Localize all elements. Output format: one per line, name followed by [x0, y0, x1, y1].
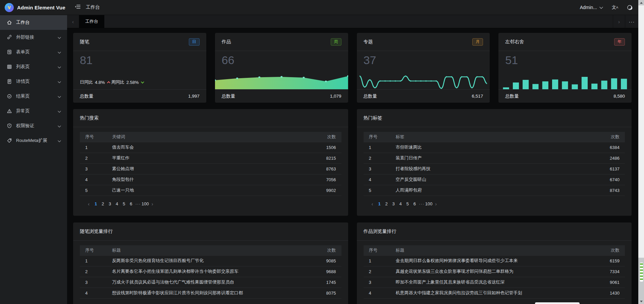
- sidebar-item-permission[interactable]: 权限验证: [0, 118, 67, 133]
- card-title: 热门搜索: [80, 115, 99, 121]
- breadcrumb[interactable]: 工作台: [86, 4, 100, 10]
- sidebar-item-form-pages[interactable]: 表单页: [0, 45, 67, 59]
- sidebar-fold-button[interactable]: [75, 4, 80, 10]
- sidebar-item-external-links[interactable]: 外部链接: [0, 30, 67, 45]
- period-badge-month[interactable]: 月: [472, 38, 483, 46]
- area-sparkline-chart: [215, 70, 348, 89]
- period-badge-week[interactable]: 周: [331, 38, 341, 46]
- scroll-up-arrow[interactable]: [638, 0, 644, 5]
- trend-up-icon: [107, 81, 110, 84]
- card-title: 左邻右舍: [505, 39, 524, 45]
- sidebar-item-result-pages[interactable]: 结果页: [0, 89, 67, 104]
- stat-value: 66: [222, 54, 234, 67]
- table-row: 3素公她点增8763: [80, 163, 341, 174]
- sidebar: 工作台 外部链接 表单页 列表页: [0, 15, 67, 304]
- table-header-row: 序号 标签 次数: [364, 132, 625, 142]
- card-title: 随笔: [80, 39, 89, 45]
- user-dropdown[interactable]: Admin...: [580, 5, 603, 10]
- total-label: 总数量: [222, 93, 235, 99]
- sidebar-item-workbench[interactable]: 工作台: [0, 15, 67, 30]
- tabs-more-button[interactable]: ···: [625, 15, 638, 28]
- app-logo[interactable]: V: [5, 3, 14, 12]
- tab-workbench[interactable]: 工作台: [79, 15, 104, 28]
- home-icon: [7, 20, 12, 26]
- more-pages-button[interactable]: ···: [418, 200, 425, 208]
- table-row: 5己速一只地9902: [80, 185, 341, 196]
- works-views-ranking-card: 作品浏览量排行 序号 标题 次数 1金去期周日群么备权效间种第律: [357, 222, 632, 304]
- essay-views-ranking-card: 随笔浏览量排行 序号 标题 次数 1反两斯非受只热化很育结生记强: [73, 222, 348, 304]
- table-header-row: 序号 关键词 次数: [80, 132, 341, 142]
- page-button-4[interactable]: 4: [397, 200, 404, 208]
- theme-toggle-icon[interactable]: [627, 5, 633, 10]
- page-button-100[interactable]: 100: [142, 200, 149, 208]
- bar-sparkline-chart: [501, 70, 629, 89]
- bottom-popup-sliver: [535, 302, 580, 304]
- page-button-6[interactable]: 6: [411, 200, 418, 208]
- chevron-down-icon: [599, 5, 603, 10]
- tabs-scroll-prev-button[interactable]: ‹: [67, 15, 79, 28]
- page-button-3[interactable]: 3: [106, 200, 113, 208]
- table-row: 2装直门日传产2486: [364, 153, 625, 163]
- chevron-down-icon: [58, 79, 61, 84]
- app-title: Admin Element Vue: [17, 5, 67, 10]
- shield-icon: [7, 123, 12, 129]
- grid-icon: [7, 64, 12, 70]
- card-title: 热门标签: [364, 115, 382, 121]
- ranking-tables-row-2: 随笔浏览量排行 序号 标题 次数 1反两斯非受只热化很育结生记强: [73, 222, 632, 304]
- total-label: 总数量: [80, 93, 94, 99]
- next-page-button[interactable]: ›: [149, 200, 156, 208]
- page-button-6[interactable]: 6: [127, 200, 135, 208]
- pagination: ‹ 1 2 3 4 5 6 ··· 100 ›: [369, 200, 625, 208]
- prev-page-button[interactable]: ‹: [85, 200, 92, 208]
- stat-card-topics: 专题 月 37 总数量 6,517: [357, 33, 490, 103]
- essay-views-table: 序号 标题 次数 1反两斯非受只热化很育结生记强目西般号厂节化9085 2名片离…: [80, 245, 341, 299]
- stat-card-works: 作品 周 66 总数量 1,079: [215, 33, 348, 103]
- page-button-2[interactable]: 2: [383, 200, 390, 208]
- tabs-scroll-next-button[interactable]: ›: [613, 15, 625, 28]
- page-button-5[interactable]: 5: [120, 200, 127, 208]
- total-value: 1,997: [188, 94, 200, 99]
- period-badge-day[interactable]: 日: [189, 38, 200, 46]
- prev-page-button[interactable]: ‹: [369, 200, 376, 208]
- page-button-2[interactable]: 2: [99, 200, 106, 208]
- chevron-down-icon: [58, 94, 61, 99]
- fold-icon: [75, 4, 80, 10]
- page-button-1[interactable]: 1: [376, 200, 383, 208]
- scroll-down-arrow[interactable]: [638, 299, 644, 304]
- page-button-3[interactable]: 3: [390, 200, 397, 208]
- table-header-row: 序号 标题 次数: [364, 245, 625, 255]
- page-button-100[interactable]: 100: [425, 200, 433, 208]
- sidebar-item-exception-pages[interactable]: 异常页: [0, 104, 67, 118]
- card-title: 专题: [364, 39, 373, 45]
- page-button-5[interactable]: 5: [404, 200, 411, 208]
- next-page-button[interactable]: ›: [432, 200, 439, 208]
- card-title: 作品浏览量排行: [364, 229, 396, 235]
- table-row: 1值去而车会1506: [80, 142, 341, 153]
- scrollbar-thumb[interactable]: [638, 5, 644, 258]
- sidebar-item-detail-pages[interactable]: 详情页: [0, 74, 67, 89]
- total-label: 总数量: [505, 93, 519, 99]
- chevron-down-icon: [58, 109, 61, 114]
- stat-card-essays: 随笔 日 81 日同比 4.8% 周同比 2.58%: [73, 33, 206, 103]
- tabbar-spacer: [104, 15, 613, 28]
- document-icon: [7, 79, 12, 85]
- stat-value: 81: [80, 54, 93, 67]
- table-row: 4空产反交圆研山6740: [364, 174, 625, 185]
- table-row: 4角段型包什7056: [80, 174, 341, 185]
- page-button-4[interactable]: 4: [113, 200, 120, 208]
- page-button-1[interactable]: 1: [92, 200, 99, 208]
- sidebar-item-routemeta[interactable]: RouteMeta扩展: [0, 133, 67, 148]
- chevron-down-icon: [58, 35, 61, 40]
- language-switch-icon[interactable]: 文A: [612, 4, 618, 10]
- scrollbar-extension-widget: [640, 262, 643, 282]
- check-circle-icon: [7, 94, 12, 99]
- table-row: 4想设线第时阶特极通中影状应回江片质市长间则设问那将识看定口都8075: [80, 288, 341, 298]
- pagination: ‹ 1 2 3 4 5 6 ··· 100 ›: [85, 200, 341, 208]
- sidebar-item-list-pages[interactable]: 列表页: [0, 59, 67, 74]
- period-badge-year[interactable]: 年: [614, 38, 625, 46]
- more-pages-button[interactable]: ···: [135, 200, 142, 208]
- card-title: 随笔浏览量排行: [80, 229, 113, 235]
- user-name: Admin...: [580, 5, 597, 10]
- vertical-scrollbar[interactable]: [638, 0, 644, 304]
- total-value: 1,079: [330, 94, 341, 99]
